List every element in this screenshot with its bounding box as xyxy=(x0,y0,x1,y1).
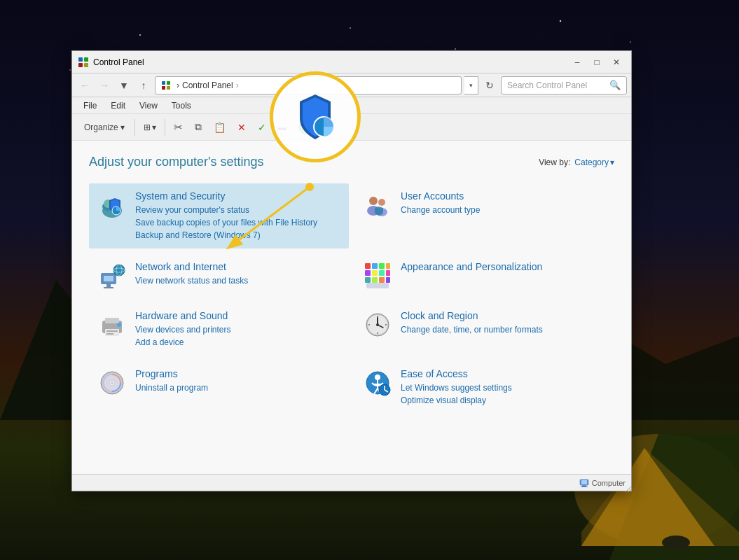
appearance-icon xyxy=(363,261,392,290)
ease-access-link-1[interactable]: Let Windows suggest settings xyxy=(401,382,606,394)
user-accounts-icon xyxy=(363,190,392,220)
svg-point-14 xyxy=(69,69,71,71)
network-title[interactable]: Network and Internet xyxy=(135,261,340,272)
category-appearance[interactable]: Appearance and Personalization xyxy=(354,254,614,298)
system-security-title[interactable]: System and Security xyxy=(135,190,340,202)
organize-button[interactable]: Organize ▾ xyxy=(78,117,131,138)
view-arrow: ▾ xyxy=(152,122,156,132)
clock-region-icon xyxy=(363,310,392,340)
system-security-link-1[interactable]: Review your computer's status xyxy=(135,204,340,216)
back-button[interactable]: ← xyxy=(76,77,93,94)
category-ease-access[interactable]: Ease of Access Let Windows suggest setti… xyxy=(354,361,614,414)
appearance-title[interactable]: Appearance and Personalization xyxy=(401,261,606,272)
ease-access-link-2[interactable]: Optimize visual display xyxy=(401,394,606,407)
system-security-link-3[interactable]: Backup and Restore (Windows 7) xyxy=(135,229,340,241)
network-internet-icon xyxy=(97,261,127,290)
refresh-button[interactable]: ↻ xyxy=(481,77,498,94)
category-clock-region[interactable]: Clock and Region Change date, time, or n… xyxy=(354,303,614,356)
category-hardware-sound[interactable]: Hardware and Sound View devices and prin… xyxy=(89,303,349,356)
category-user-accounts[interactable]: User Accounts Change account type xyxy=(354,183,614,248)
clock-title[interactable]: Clock and Region xyxy=(401,310,606,321)
svg-rect-61 xyxy=(106,333,113,335)
up-button[interactable]: ↑ xyxy=(135,77,152,94)
svg-point-34 xyxy=(378,199,385,206)
hardware-title[interactable]: Hardware and Sound xyxy=(135,310,340,321)
breadcrumb-end: › xyxy=(236,80,239,90)
callout-shield-icon xyxy=(287,89,343,145)
history-button[interactable]: ▼ xyxy=(116,77,132,94)
status-bar: Computer xyxy=(72,474,631,491)
svg-rect-48 xyxy=(372,270,378,276)
maximize-button[interactable]: □ xyxy=(588,53,606,71)
window-title: Control Panel xyxy=(93,57,568,67)
view-icon: ⊞ xyxy=(144,122,151,132)
svg-point-74 xyxy=(111,382,113,384)
hardware-link-1[interactable]: View devices and printers xyxy=(135,323,340,336)
ease-access-title[interactable]: Ease of Access xyxy=(401,368,606,379)
search-field[interactable]: Search Control Panel 🔍 xyxy=(501,76,627,94)
svg-point-8 xyxy=(139,34,141,36)
svg-rect-18 xyxy=(84,57,88,62)
paste-button[interactable]: 📋 xyxy=(209,117,230,138)
svg-rect-49 xyxy=(379,270,385,276)
organize-arrow: ▾ xyxy=(120,122,125,132)
menu-file[interactable]: File xyxy=(78,99,102,112)
menu-tools[interactable]: Tools xyxy=(166,99,197,112)
callout-circle xyxy=(270,71,361,162)
system-security-link-2[interactable]: Save backup copies of your files with Fi… xyxy=(135,216,340,229)
cut-button[interactable]: ✂ xyxy=(169,117,188,138)
computer-icon xyxy=(579,479,589,487)
svg-point-32 xyxy=(369,197,378,205)
close-button[interactable]: ✕ xyxy=(607,53,626,71)
user-accounts-link-1[interactable]: Change account type xyxy=(401,204,606,216)
forward-button[interactable]: → xyxy=(96,77,113,94)
svg-line-89 xyxy=(628,489,631,492)
system-security-icon xyxy=(97,190,127,220)
organize-label: Organize xyxy=(84,122,118,132)
view-by-value[interactable]: Category ▾ xyxy=(574,158,614,167)
svg-rect-37 xyxy=(104,276,113,281)
hardware-link-2[interactable]: Add a device xyxy=(135,336,340,349)
view-by-label: View by: xyxy=(539,158,570,167)
clock-link-1[interactable]: Change date, time, or number formats xyxy=(401,323,606,336)
title-bar: Control Panel – □ ✕ xyxy=(72,51,631,74)
svg-rect-47 xyxy=(365,270,371,276)
copy-button[interactable]: ⧉ xyxy=(190,117,207,138)
minimize-button[interactable]: – xyxy=(568,53,586,71)
breadcrumb: › Control Panel › xyxy=(161,80,239,90)
properties-button[interactable]: ✓ xyxy=(253,117,271,138)
hardware-content: Hardware and Sound View devices and prin… xyxy=(135,310,340,349)
view-by-arrow: ▾ xyxy=(610,158,614,167)
resize-handle[interactable] xyxy=(623,482,631,491)
svg-rect-53 xyxy=(379,277,385,283)
svg-rect-58 xyxy=(105,329,119,336)
svg-rect-51 xyxy=(365,277,371,283)
content-area: Adjust your computer's settings View by:… xyxy=(72,141,631,474)
svg-rect-57 xyxy=(105,318,119,323)
window-icon xyxy=(78,57,89,68)
address-dropdown[interactable]: ▾ xyxy=(464,76,478,94)
svg-point-76 xyxy=(375,374,380,380)
status-text: Computer xyxy=(592,479,626,487)
svg-rect-52 xyxy=(372,277,378,283)
svg-line-88 xyxy=(626,486,631,492)
network-content: Network and Internet View network status… xyxy=(135,261,340,287)
view-button[interactable]: ⊞ ▾ xyxy=(139,117,161,138)
user-accounts-title[interactable]: User Accounts xyxy=(401,190,606,202)
category-network-internet[interactable]: Network and Internet View network status… xyxy=(89,254,349,298)
category-programs[interactable]: Programs Uninstall a program xyxy=(89,361,349,414)
programs-title[interactable]: Programs xyxy=(135,368,340,379)
menu-edit[interactable]: Edit xyxy=(105,99,131,112)
programs-link-1[interactable]: Uninstall a program xyxy=(135,382,340,394)
menu-view[interactable]: View xyxy=(134,99,163,112)
category-system-security[interactable]: System and Security Review your computer… xyxy=(89,183,349,248)
svg-rect-45 xyxy=(379,263,385,269)
search-placeholder: Search Control Panel xyxy=(507,80,607,90)
breadcrumb-separator: › xyxy=(177,80,179,90)
svg-rect-85 xyxy=(581,480,587,484)
hardware-sound-icon xyxy=(97,310,127,340)
network-link-1[interactable]: View network status and tasks xyxy=(135,274,340,287)
delete-button[interactable]: ✕ xyxy=(233,117,251,138)
user-accounts-content: User Accounts Change account type xyxy=(401,190,606,216)
svg-rect-43 xyxy=(365,263,371,269)
